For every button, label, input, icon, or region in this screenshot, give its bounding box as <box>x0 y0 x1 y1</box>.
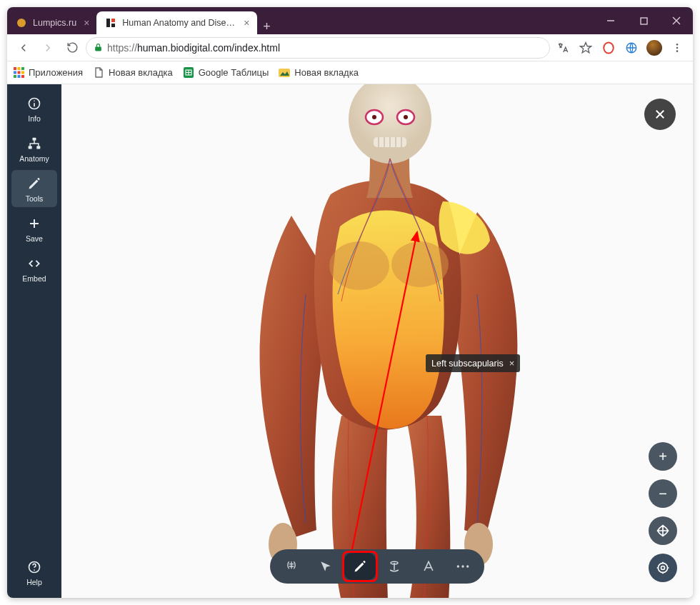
svg-point-65 <box>461 565 464 567</box>
svg-point-38 <box>34 569 35 571</box>
sheets-icon <box>183 67 194 79</box>
sidebar-item-info[interactable]: Info <box>11 90 57 127</box>
svg-rect-15 <box>17 67 20 70</box>
svg-rect-32 <box>33 138 36 141</box>
sidebar-label: Anatomy <box>19 154 49 163</box>
back-button[interactable] <box>13 37 34 59</box>
svg-rect-33 <box>29 146 32 149</box>
svg-marker-8 <box>581 42 591 52</box>
tabs-strip: Lumpics.ru × Human Anatomy and Disease i… <box>7 7 594 34</box>
window-controls <box>594 7 693 34</box>
sidebar-item-anatomy[interactable]: Anatomy <box>11 130 57 167</box>
draw-tool-button[interactable] <box>344 553 376 580</box>
svg-rect-16 <box>21 67 24 70</box>
pencil-icon <box>26 176 42 191</box>
svg-point-44 <box>372 115 376 119</box>
svg-rect-19 <box>21 71 24 74</box>
globe-ext-icon[interactable] <box>621 38 641 58</box>
svg-point-41 <box>349 84 431 164</box>
reload-button[interactable] <box>61 37 83 59</box>
sidebar-item-help[interactable]: Help <box>11 554 57 591</box>
svg-point-11 <box>676 44 679 46</box>
recenter-button[interactable] <box>649 554 677 582</box>
svg-rect-14 <box>14 67 16 70</box>
tab-biodigital[interactable]: Human Anatomy and Disease in… × <box>96 11 256 34</box>
more-tools-button[interactable] <box>447 553 479 580</box>
zoom-out-button[interactable]: − <box>649 479 677 508</box>
svg-point-45 <box>404 115 408 119</box>
app-content: Info Anatomy Tools Save Embed Help <box>7 84 693 598</box>
bookmark-sheets[interactable]: Google Таблицы <box>183 67 269 79</box>
sidebar-label: Tools <box>26 194 44 203</box>
slice-tool-button[interactable] <box>379 553 410 580</box>
close-button[interactable] <box>660 7 693 34</box>
svg-rect-1 <box>106 19 110 27</box>
menu-icon[interactable] <box>667 38 687 58</box>
svg-rect-2 <box>111 19 115 22</box>
annotate-tool-button[interactable] <box>413 553 444 580</box>
tab-title: Human Anatomy and Disease in… <box>122 18 236 28</box>
tab-close-icon[interactable]: × <box>244 17 249 29</box>
svg-rect-17 <box>14 71 16 74</box>
address-bar: https://human.biodigital.com/index.html <box>7 34 693 61</box>
sidebar-item-embed[interactable]: Embed <box>11 250 57 287</box>
bookmark-apps[interactable]: Приложения <box>13 67 83 79</box>
sidebar-label: Info <box>28 114 41 123</box>
svg-point-0 <box>17 19 26 27</box>
favicon-lumpics <box>16 17 27 29</box>
selection-label: Left subscapularis <box>431 359 504 369</box>
chip-close-icon[interactable]: × <box>509 358 515 369</box>
bottom-toolbar <box>270 549 484 584</box>
svg-rect-27 <box>279 69 290 77</box>
info-icon <box>26 96 42 111</box>
opera-ext-icon[interactable] <box>599 38 619 58</box>
omnibox[interactable]: https://human.biodigital.com/index.html <box>86 37 550 59</box>
svg-rect-18 <box>17 71 20 74</box>
left-sidebar: Info Anatomy Tools Save Embed Help <box>7 84 61 598</box>
bookmark-label: Новая вкладка <box>109 67 173 78</box>
svg-rect-5 <box>641 18 647 24</box>
picker-tool-button[interactable] <box>310 553 341 580</box>
sidebar-label: Save <box>26 234 43 243</box>
tab-close-icon[interactable]: × <box>84 17 89 29</box>
lock-icon <box>94 43 103 52</box>
sidebar-item-tools[interactable]: Tools <box>11 170 57 207</box>
svg-point-66 <box>466 565 469 567</box>
sidebar-label: Help <box>26 578 42 586</box>
selection-chip[interactable]: Left subscapularis × <box>426 354 520 372</box>
svg-point-58 <box>658 563 667 572</box>
view-controls: + − <box>649 442 677 582</box>
svg-point-9 <box>604 42 614 53</box>
anatomy-model <box>191 84 563 598</box>
new-tab-button[interactable]: + <box>257 19 277 34</box>
zoom-in-button[interactable]: + <box>649 442 677 471</box>
bookmark-newtab-2[interactable]: Новая вкладка <box>279 67 359 79</box>
forward-button[interactable] <box>37 37 59 59</box>
close-viewer-button[interactable] <box>644 99 676 130</box>
viewer-canvas[interactable]: Left subscapularis × + − <box>61 84 693 598</box>
sidebar-label: Embed <box>22 274 46 283</box>
svg-point-40 <box>391 241 449 287</box>
translate-icon[interactable] <box>553 38 573 58</box>
bookmark-label: Приложения <box>29 67 83 78</box>
svg-point-13 <box>676 50 679 52</box>
url-text: https://human.biodigital.com/index.html <box>107 42 280 54</box>
tab-lumpics[interactable]: Lumpics.ru × <box>7 11 96 34</box>
profile-avatar[interactable] <box>644 38 664 58</box>
sidebar-item-save[interactable]: Save <box>11 210 57 247</box>
apps-icon <box>13 67 24 79</box>
pan-button[interactable] <box>649 516 677 545</box>
plus-icon <box>26 216 42 231</box>
svg-rect-3 <box>111 24 115 27</box>
svg-point-64 <box>457 565 459 567</box>
bookmark-newtab-1[interactable]: Новая вкладка <box>93 67 173 79</box>
star-icon[interactable] <box>576 38 596 58</box>
browser-window: Lumpics.ru × Human Anatomy and Disease i… <box>7 7 693 598</box>
svg-rect-22 <box>21 75 24 78</box>
bookmark-label: Новая вкладка <box>294 67 359 78</box>
xray-tool-button[interactable] <box>276 553 307 580</box>
maximize-button[interactable] <box>627 7 660 34</box>
minimize-button[interactable] <box>594 7 627 34</box>
landscape-icon <box>279 67 290 79</box>
svg-point-57 <box>661 566 665 570</box>
